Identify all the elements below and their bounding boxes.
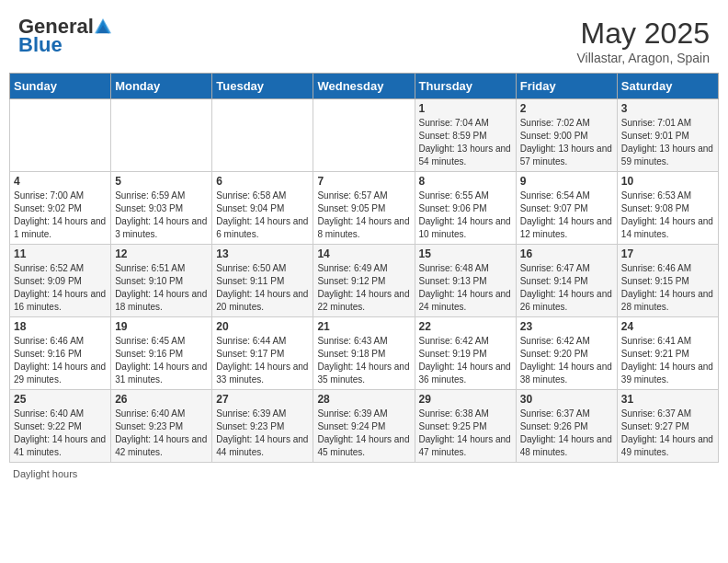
calendar-cell: 3Sunrise: 7:01 AM Sunset: 9:01 PM Daylig… [617, 99, 718, 172]
day-number: 14 [317, 247, 410, 260]
calendar-cell: 21Sunrise: 6:43 AM Sunset: 9:18 PM Dayli… [313, 317, 415, 390]
calendar-cell: 17Sunrise: 6:46 AM Sunset: 9:15 PM Dayli… [617, 245, 718, 317]
calendar-cell: 30Sunrise: 6:37 AM Sunset: 9:26 PM Dayli… [516, 390, 617, 463]
day-number: 25 [14, 393, 107, 406]
calendar-day-header: Saturday [617, 74, 718, 99]
cell-content: Sunrise: 6:40 AM Sunset: 9:22 PM Dayligh… [14, 408, 107, 459]
cell-content: Sunrise: 6:58 AM Sunset: 9:04 PM Dayligh… [216, 190, 309, 241]
day-number: 15 [419, 247, 512, 260]
logo-icon [95, 18, 111, 35]
day-number: 19 [115, 320, 208, 333]
cell-content: Sunrise: 6:51 AM Sunset: 9:10 PM Dayligh… [115, 262, 208, 314]
calendar-cell: 11Sunrise: 6:52 AM Sunset: 9:09 PM Dayli… [10, 245, 111, 317]
calendar-cell: 13Sunrise: 6:50 AM Sunset: 9:11 PM Dayli… [212, 245, 313, 317]
day-number: 23 [520, 320, 613, 333]
cell-content: Sunrise: 6:59 AM Sunset: 9:03 PM Dayligh… [115, 190, 208, 241]
cell-content: Sunrise: 6:44 AM Sunset: 9:17 PM Dayligh… [216, 335, 309, 386]
day-number: 22 [419, 320, 512, 333]
calendar-cell: 8Sunrise: 6:55 AM Sunset: 9:06 PM Daylig… [415, 172, 516, 245]
calendar-day-header: Thursday [415, 74, 516, 99]
cell-content: Sunrise: 6:39 AM Sunset: 9:24 PM Dayligh… [317, 408, 410, 459]
day-number: 12 [115, 247, 208, 260]
cell-content: Sunrise: 6:47 AM Sunset: 9:14 PM Dayligh… [520, 262, 613, 314]
calendar-cell: 20Sunrise: 6:44 AM Sunset: 9:17 PM Dayli… [212, 317, 313, 390]
calendar-day-header: Wednesday [313, 74, 415, 99]
calendar-day-header: Sunday [10, 74, 111, 99]
calendar-cell: 14Sunrise: 6:49 AM Sunset: 9:12 PM Dayli… [313, 245, 415, 317]
footer: Daylight hours [9, 468, 719, 479]
calendar-day-header: Monday [111, 74, 212, 99]
day-number: 17 [621, 247, 714, 260]
calendar-cell [212, 99, 313, 172]
calendar-cell: 2Sunrise: 7:02 AM Sunset: 9:00 PM Daylig… [516, 99, 617, 172]
calendar-cell: 19Sunrise: 6:45 AM Sunset: 9:16 PM Dayli… [111, 317, 212, 390]
day-number: 6 [216, 175, 309, 188]
header: General Blue May 2025 Villastar, Aragon,… [9, 9, 719, 69]
cell-content: Sunrise: 7:02 AM Sunset: 9:00 PM Dayligh… [520, 117, 613, 168]
calendar-cell: 16Sunrise: 6:47 AM Sunset: 9:14 PM Dayli… [516, 245, 617, 317]
cell-content: Sunrise: 6:43 AM Sunset: 9:18 PM Dayligh… [317, 335, 410, 386]
calendar-cell: 25Sunrise: 6:40 AM Sunset: 9:22 PM Dayli… [10, 390, 111, 463]
cell-content: Sunrise: 6:42 AM Sunset: 9:19 PM Dayligh… [419, 335, 512, 386]
day-number: 29 [419, 393, 512, 406]
day-number: 5 [115, 175, 208, 188]
calendar-week-row: 25Sunrise: 6:40 AM Sunset: 9:22 PM Dayli… [10, 390, 719, 463]
day-number: 20 [216, 320, 309, 333]
day-number: 1 [419, 102, 512, 115]
cell-content: Sunrise: 6:40 AM Sunset: 9:23 PM Dayligh… [115, 408, 208, 459]
logo-blue-text: Blue [18, 33, 63, 56]
daylight-label: Daylight hours [13, 468, 77, 479]
calendar-cell: 6Sunrise: 6:58 AM Sunset: 9:04 PM Daylig… [212, 172, 313, 245]
calendar-cell: 9Sunrise: 6:54 AM Sunset: 9:07 PM Daylig… [516, 172, 617, 245]
calendar-cell [313, 99, 415, 172]
cell-content: Sunrise: 7:04 AM Sunset: 8:59 PM Dayligh… [419, 117, 512, 168]
cell-content: Sunrise: 6:55 AM Sunset: 9:06 PM Dayligh… [419, 190, 512, 241]
day-number: 31 [621, 393, 714, 406]
day-number: 8 [419, 175, 512, 188]
cell-content: Sunrise: 7:00 AM Sunset: 9:02 PM Dayligh… [14, 190, 107, 241]
calendar-table: SundayMondayTuesdayWednesdayThursdayFrid… [9, 73, 719, 463]
calendar-day-header: Tuesday [212, 74, 313, 99]
calendar-day-header: Friday [516, 74, 617, 99]
day-number: 3 [621, 102, 714, 115]
logo: General Blue [18, 17, 111, 55]
cell-content: Sunrise: 6:54 AM Sunset: 9:07 PM Dayligh… [520, 190, 613, 241]
calendar-cell: 26Sunrise: 6:40 AM Sunset: 9:23 PM Dayli… [111, 390, 212, 463]
day-number: 9 [520, 175, 613, 188]
cell-content: Sunrise: 6:48 AM Sunset: 9:13 PM Dayligh… [419, 262, 512, 314]
calendar-cell: 31Sunrise: 6:37 AM Sunset: 9:27 PM Dayli… [617, 390, 718, 463]
calendar-cell: 10Sunrise: 6:53 AM Sunset: 9:08 PM Dayli… [617, 172, 718, 245]
cell-content: Sunrise: 6:46 AM Sunset: 9:16 PM Dayligh… [14, 335, 107, 386]
cell-content: Sunrise: 6:49 AM Sunset: 9:12 PM Dayligh… [317, 262, 410, 314]
cell-content: Sunrise: 7:01 AM Sunset: 9:01 PM Dayligh… [621, 117, 714, 168]
day-number: 7 [317, 175, 410, 188]
calendar-cell: 12Sunrise: 6:51 AM Sunset: 9:10 PM Dayli… [111, 245, 212, 317]
calendar-cell [111, 99, 212, 172]
cell-content: Sunrise: 6:39 AM Sunset: 9:23 PM Dayligh… [216, 408, 309, 459]
calendar-week-row: 4Sunrise: 7:00 AM Sunset: 9:02 PM Daylig… [10, 172, 719, 245]
cell-content: Sunrise: 6:46 AM Sunset: 9:15 PM Dayligh… [621, 262, 714, 314]
day-number: 27 [216, 393, 309, 406]
calendar-cell: 29Sunrise: 6:38 AM Sunset: 9:25 PM Dayli… [415, 390, 516, 463]
day-number: 11 [14, 247, 107, 260]
day-number: 26 [115, 393, 208, 406]
cell-content: Sunrise: 6:37 AM Sunset: 9:27 PM Dayligh… [621, 408, 714, 459]
cell-content: Sunrise: 6:38 AM Sunset: 9:25 PM Dayligh… [419, 408, 512, 459]
calendar-cell: 18Sunrise: 6:46 AM Sunset: 9:16 PM Dayli… [10, 317, 111, 390]
day-number: 4 [14, 175, 107, 188]
day-number: 28 [317, 393, 410, 406]
calendar-cell [10, 99, 111, 172]
month-year: May 2025 [576, 17, 710, 51]
calendar-cell: 27Sunrise: 6:39 AM Sunset: 9:23 PM Dayli… [212, 390, 313, 463]
calendar-week-row: 18Sunrise: 6:46 AM Sunset: 9:16 PM Dayli… [10, 317, 719, 390]
cell-content: Sunrise: 6:41 AM Sunset: 9:21 PM Dayligh… [621, 335, 714, 386]
calendar-cell: 5Sunrise: 6:59 AM Sunset: 9:03 PM Daylig… [111, 172, 212, 245]
cell-content: Sunrise: 6:50 AM Sunset: 9:11 PM Dayligh… [216, 262, 309, 314]
calendar-week-row: 1Sunrise: 7:04 AM Sunset: 8:59 PM Daylig… [10, 99, 719, 172]
cell-content: Sunrise: 6:52 AM Sunset: 9:09 PM Dayligh… [14, 262, 107, 314]
calendar-cell: 7Sunrise: 6:57 AM Sunset: 9:05 PM Daylig… [313, 172, 415, 245]
cell-content: Sunrise: 6:42 AM Sunset: 9:20 PM Dayligh… [520, 335, 613, 386]
location: Villastar, Aragon, Spain [576, 51, 710, 65]
calendar-cell: 22Sunrise: 6:42 AM Sunset: 9:19 PM Dayli… [415, 317, 516, 390]
day-number: 10 [621, 175, 714, 188]
